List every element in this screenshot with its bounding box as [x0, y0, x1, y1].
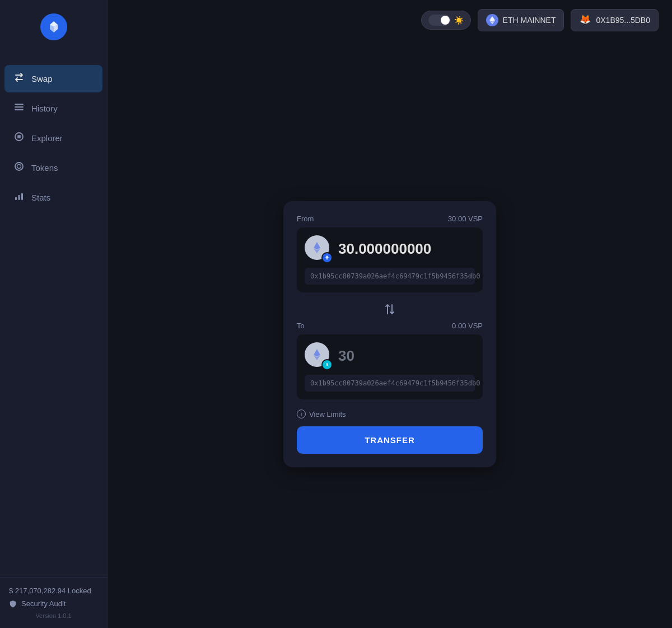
wallet-button[interactable]: 🦊 0X1B95...5DB0 [571, 9, 659, 31]
view-limits[interactable]: i View Limits [297, 404, 483, 424]
network-label: ETH MAINNET [503, 16, 556, 25]
sidebar: Swap History Explorer [0, 0, 108, 628]
svg-point-4 [18, 136, 20, 138]
sidebar-item-label-tokens: Tokens [31, 163, 58, 173]
sidebar-logo [0, 0, 107, 54]
to-label: To [297, 322, 305, 330]
sidebar-item-explorer[interactable]: Explorer [4, 124, 102, 152]
swap-direction-arrow[interactable] [297, 297, 483, 322]
to-section-header: To 0.00 VSP [297, 322, 483, 330]
shield-icon [9, 600, 17, 608]
toggle-track [428, 15, 451, 26]
sidebar-item-history[interactable]: History [4, 95, 102, 122]
to-address: 0x1b95cc80739a026aef4c69479c1f5b9456f35d… [305, 375, 475, 392]
sidebar-item-tokens[interactable]: Tokens [4, 154, 102, 182]
metamask-icon: 🦊 [579, 14, 591, 26]
to-token-badge [321, 359, 333, 370]
from-balance: 30.00 VSP [448, 215, 483, 223]
transfer-button-label: TRANSFER [365, 435, 415, 445]
from-label: From [297, 215, 314, 223]
sidebar-item-label-swap: Swap [31, 74, 53, 83]
toggle-thumb [441, 16, 450, 25]
tokens-icon [13, 161, 25, 175]
svg-point-5 [15, 162, 23, 170]
from-token-badge [321, 252, 333, 263]
from-token-row: 30.000000000 [305, 235, 475, 262]
to-balance: 0.00 VSP [452, 322, 483, 330]
to-token-row: 30 [305, 342, 475, 369]
to-token-icon-wrapper [305, 342, 332, 369]
from-section-header: From 30.00 VSP [297, 215, 483, 223]
stats-icon [13, 190, 25, 204]
app-logo [40, 13, 67, 40]
from-amount: 30.000000000 [338, 240, 431, 258]
ethereum-network-icon [486, 14, 498, 26]
theme-toggle[interactable]: ☀️ [421, 11, 471, 30]
svg-rect-7 [15, 197, 17, 200]
from-token-icon-wrapper [305, 235, 332, 262]
svg-rect-9 [21, 193, 23, 200]
security-audit[interactable]: Security Audit [9, 599, 98, 608]
sidebar-item-label-stats: Stats [31, 193, 50, 202]
svg-rect-8 [18, 195, 20, 200]
swap-icon [13, 72, 25, 86]
to-token-box[interactable]: 30 0x1b95cc80739a026aef4c69479c1f5b9456f… [297, 334, 483, 399]
from-token-box[interactable]: 30.000000000 0x1b95cc80739a026aef4c69479… [297, 227, 483, 292]
main-content: ☀️ ETH MAINNET 🦊 0X1B95...5DB0 From 30.0… [108, 0, 672, 628]
svg-point-6 [17, 165, 21, 169]
locked-amount: $ 217,070,282.94 Locked [9, 587, 98, 595]
explorer-icon [13, 131, 25, 145]
from-address: 0x1b95cc80739a026aef4c69479c1f5b9456f35d… [305, 268, 475, 285]
sidebar-footer: $ 217,070,282.94 Locked Security Audit V… [0, 577, 107, 628]
version-label: Version 1.0.1 [9, 612, 98, 619]
sidebar-item-swap[interactable]: Swap [4, 65, 102, 92]
header: ☀️ ETH MAINNET 🦊 0X1B95...5DB0 [108, 0, 672, 40]
history-icon [13, 101, 25, 115]
info-icon: i [297, 410, 306, 418]
to-amount: 30 [338, 347, 354, 365]
sidebar-item-label-explorer: Explorer [31, 133, 63, 143]
transfer-button[interactable]: TRANSFER [297, 426, 483, 454]
sidebar-navigation: Swap History Explorer [0, 65, 107, 577]
wallet-address-label: 0X1B95...5DB0 [596, 16, 650, 25]
network-button[interactable]: ETH MAINNET [478, 9, 564, 31]
sidebar-item-stats[interactable]: Stats [4, 184, 102, 211]
sun-icon: ☀️ [454, 16, 464, 25]
swap-card: From 30.00 VSP [283, 201, 496, 467]
view-limits-label: View Limits [309, 410, 346, 418]
security-audit-label: Security Audit [21, 599, 66, 608]
content-area: From 30.00 VSP [108, 40, 672, 628]
sidebar-item-label-history: History [31, 104, 58, 113]
